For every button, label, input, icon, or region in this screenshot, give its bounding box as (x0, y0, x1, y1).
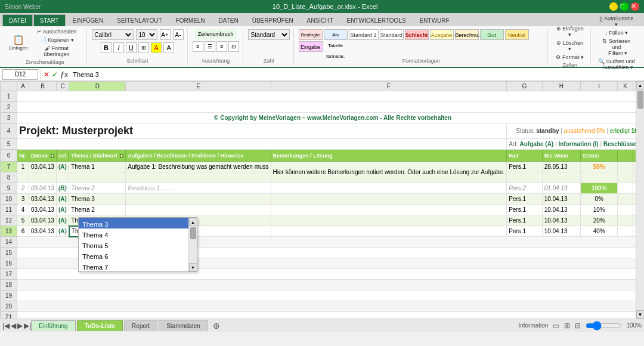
delete-cells-btn[interactable]: ⊖ Löschen ▾ (553, 39, 587, 52)
formula-input[interactable]: Thema 3 (70, 71, 642, 78)
cell-9-wer[interactable]: Pers.2 (507, 183, 542, 194)
find-btn[interactable]: 🔍 Suchen und Auswählen ▾ (596, 58, 637, 71)
col-header-I[interactable]: I (581, 82, 618, 91)
cell-10-art[interactable]: (A) (56, 194, 69, 205)
autosum-btn[interactable]: ∑ AutoSumme ▾ (596, 15, 637, 28)
cell-7-datum[interactable]: 03.04.13 (29, 162, 57, 172)
cell-7-biswann[interactable]: 28.05.13 (542, 162, 581, 172)
cell-12-datum[interactable]: 03.04.13 (29, 215, 57, 226)
row18-empty[interactable] (17, 280, 636, 291)
dropdown-item-thema4[interactable]: Thema 4 (79, 228, 188, 239)
cancel-formula-icon[interactable]: ✕ (44, 70, 49, 79)
merge-btn[interactable]: ⊟ (228, 41, 239, 52)
cell-9-aufgaben[interactable]: Beschluss 1 ....... (126, 183, 271, 194)
close-btn[interactable]: ✕ (631, 2, 639, 11)
sheet-nav-next[interactable]: ▶ (17, 322, 23, 330)
style-ausgabe[interactable]: Ausgabe (430, 29, 454, 40)
row19-empty[interactable] (17, 291, 636, 301)
cell-10-datum[interactable]: 03.04.13 (29, 194, 57, 205)
sheet-nav-prev-start[interactable]: |◀ (2, 322, 10, 330)
style-gut[interactable]: Gut (480, 29, 504, 40)
scroll-thumb[interactable] (637, 91, 643, 109)
tab-ueberpruefen[interactable]: ÜBERPRÜFEN (246, 14, 300, 26)
cell-13-wer[interactable]: Pers.1 (507, 226, 542, 237)
sheet-nav-prev[interactable]: ◀ (11, 322, 16, 330)
scroll-up-btn[interactable]: ▲ (636, 81, 645, 89)
tab-start[interactable]: START (33, 14, 66, 26)
cell-10-bemerkungen[interactable] (271, 194, 507, 205)
cell-10-status[interactable]: 0% (581, 194, 618, 205)
cell-11-datum[interactable]: 03.04.13 (29, 205, 57, 215)
cell-13-bemerkungen[interactable] (271, 226, 507, 237)
copy-btn[interactable]: 📄 Kopieren ▾ (31, 36, 83, 44)
cell-11-wer[interactable]: Pers.1 (507, 205, 542, 215)
tab-seitenlayout[interactable]: SEITENLAYOUT (110, 14, 168, 26)
dropdown-item-thema6[interactable]: Thema 6 (79, 250, 188, 261)
cell-9-biswann[interactable]: 01.04.13 (542, 183, 581, 194)
row-20[interactable]: 20 (1, 301, 636, 312)
col-header-A[interactable]: A (17, 82, 29, 91)
row2-content[interactable] (17, 102, 636, 113)
cell-11-nr[interactable]: 4 (17, 205, 29, 215)
tab-todo-liste[interactable]: ToDo-Liste (77, 320, 123, 331)
zeilenumbruch-btn[interactable]: Zeilenumbruch (194, 29, 237, 39)
cell-9-bemerkungen[interactable] (271, 183, 507, 194)
underline-btn[interactable]: U (126, 42, 137, 53)
cell-12-nr[interactable]: 5 (17, 215, 29, 226)
minimize-btn[interactable]: − (609, 2, 618, 11)
tab-einfuegen[interactable]: EINFÜGEN (66, 14, 110, 26)
insert-cells-btn[interactable]: ⊕ Einfügen ▾ (553, 25, 587, 38)
tab-formeln[interactable]: FORMELN (169, 14, 212, 26)
spreadsheet[interactable]: A B C D E F G H I K L 1 (0, 81, 636, 319)
style-bedingte[interactable]: BedingteFormatier. (299, 29, 323, 40)
col-header-E[interactable]: E (126, 82, 271, 91)
cell-7-art[interactable]: (A) (56, 162, 69, 172)
format-cells-btn[interactable]: ⚙ Format ▾ (553, 54, 587, 61)
cell-7-nr[interactable]: 1 (17, 162, 29, 172)
confirm-formula-icon[interactable]: ✓ (52, 70, 58, 79)
style-berechnung[interactable]: Berechnu. (455, 29, 479, 40)
cell-10-aufgaben[interactable] (126, 194, 271, 205)
name-box[interactable]: D12 (2, 69, 38, 80)
sort-btn[interactable]: ⇅ Sortieren und Filtern ▾ (596, 38, 637, 57)
tab-ansicht[interactable]: ANSICHT (301, 14, 340, 26)
dropdown-scroll-thumb[interactable] (190, 227, 196, 239)
cell-13-biswann[interactable]: 10.04.13 (542, 226, 581, 237)
col-header-K[interactable]: K (618, 82, 633, 91)
cell-7-wer[interactable]: Pers.1 (507, 162, 542, 172)
font-increase-btn[interactable]: A+ (160, 29, 171, 40)
row-19[interactable]: 19 (1, 291, 636, 301)
col-header-H[interactable]: H (542, 82, 581, 91)
view-page-btn[interactable]: ⊟ (575, 322, 581, 330)
cell-7-aufgaben[interactable]: Aufgabe 1: Beschreibung was gemacht werd… (126, 162, 271, 172)
style-standard[interactable]: Standard (380, 29, 404, 40)
font-color-btn[interactable]: A (163, 42, 174, 53)
number-format-select[interactable]: Standard (248, 29, 290, 40)
style-neutral[interactable]: Neutral (505, 29, 529, 40)
scroll-down-btn[interactable]: ▼ (636, 310, 645, 319)
cell-7-thema[interactable]: Thema 1 (69, 162, 126, 172)
cell-9-status[interactable]: 100% (581, 183, 618, 194)
italic-btn[interactable]: I (113, 42, 124, 53)
dropdown-item-thema7[interactable]: Thema 7 (79, 261, 188, 271)
cell-9-thema[interactable]: Thema 2 (69, 183, 126, 194)
font-family-select[interactable]: Calibri (92, 29, 134, 40)
row-11[interactable]: 11 4 03.04.13 (A) Thema 2 Pers.1 10.04.1… (1, 205, 636, 215)
cell-7-status[interactable]: 50% (581, 162, 618, 172)
cell-12-status[interactable]: 20% (581, 215, 618, 226)
cell-10-biswann[interactable]: 10.04.13 (542, 194, 581, 205)
style-eingabe[interactable]: Eingabe (299, 41, 323, 52)
border-btn[interactable]: ⊞ (138, 42, 149, 53)
dropdown-scroll-down[interactable]: ▼ (189, 263, 197, 271)
dropdown-scroll-up[interactable]: ▲ (189, 218, 197, 226)
cell-9-nr[interactable]: 2 (17, 183, 29, 194)
row1-content[interactable] (17, 91, 636, 102)
view-layout-btn[interactable]: ⊞ (564, 322, 570, 330)
style-standard2[interactable]: Standard 2 (349, 29, 379, 40)
row-7[interactable]: 7 1 03.04.13 (A) Thema 1 Aufgabe 1: Besc… (1, 162, 636, 172)
format-copy-btn[interactable]: 🖌 Format übertragen (31, 45, 83, 58)
tab-entwurf[interactable]: ENTWURF (413, 14, 456, 26)
style-schlecht[interactable]: Schlecht (405, 29, 429, 40)
row20-empty[interactable] (17, 301, 636, 312)
cell-11-art[interactable]: (A) (56, 205, 69, 215)
